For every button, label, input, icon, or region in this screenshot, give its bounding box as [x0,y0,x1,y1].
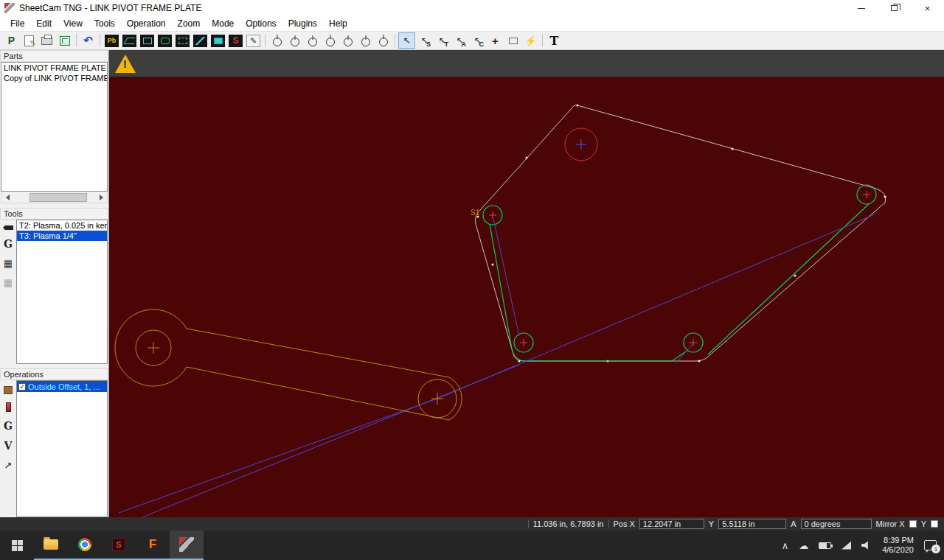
contour-mode-button[interactable]: ↖C [469,32,486,49]
open-job-button[interactable]: ✎ [21,32,38,49]
tools-list-item-selected[interactable]: T3: Plasma 1/4" [17,231,107,241]
operation-list-item-selected[interactable]: ✓ Outside Offset, 1, ... [17,381,107,392]
show-toolpaths-button[interactable] [209,32,226,49]
volume-icon[interactable] [861,541,872,550]
sheetcam-doc-icon: S [112,538,125,551]
tool-edit-icon[interactable] [3,225,13,230]
tools-list-item[interactable]: T2: Plasma, 0.025 in kerf [17,220,107,231]
material-sheet-button[interactable] [56,32,73,49]
simulation-s-icon: S [229,35,243,47]
parts-list-item[interactable]: LINK PIVOT FRAME PLATE [1,63,107,73]
show-material-button[interactable] [174,32,191,49]
parts-list: LINK PIVOT FRAME PLATE Copy of LINK PIVO… [1,62,108,192]
battery-icon[interactable] [819,542,831,549]
gcode-icon[interactable]: G [4,420,13,432]
lead-in-circles[interactable] [483,185,876,352]
tools-panel-header: Tools [0,208,108,220]
scroll-left-button[interactable] [1,192,13,203]
jump-arrow-icon[interactable]: ↗ [4,460,13,471]
print-button[interactable] [38,32,55,49]
menu-options[interactable]: Options [240,17,282,30]
show-drawing-button[interactable] [139,32,156,49]
mirror-x-checkbox[interactable] [909,520,917,528]
status-separator [608,519,609,528]
f-app-button[interactable]: F [136,531,170,560]
chrome-button[interactable] [68,531,102,560]
gcode-icon[interactable]: G [4,238,13,250]
move-part-button[interactable]: + [487,32,504,49]
mirror-y-label: Y [921,519,926,528]
pos-x-label: Pos X [614,519,635,528]
torch-icon[interactable] [6,402,11,412]
y-field[interactable]: 5.5118 in [718,519,786,529]
simulation-button[interactable]: S [227,32,244,49]
path-tool-button-4[interactable] [322,32,339,49]
restore-button[interactable] [878,0,911,16]
clock[interactable]: 8:39 PM 4/6/2020 [882,536,914,555]
path-tool-button-1[interactable] [268,32,285,49]
menu-edit[interactable]: Edit [30,17,58,30]
operation-enabled-checkbox[interactable]: ✓ [18,383,26,391]
measure-button[interactable]: ✎ [245,32,262,49]
file-explorer-button[interactable] [34,531,68,560]
show-plot-button[interactable] [121,32,138,49]
menu-view[interactable]: View [58,17,88,30]
menu-mode[interactable]: Mode [206,17,240,30]
menu-zoom[interactable]: Zoom [172,17,206,30]
import-drawing-button[interactable]: Pb [103,32,120,49]
tool-mode-button[interactable]: ↖T [434,32,451,49]
arc-mode-button[interactable]: ↖A [451,32,468,49]
cut-path-right[interactable] [708,203,870,354]
view-icon[interactable]: V [4,440,13,452]
nest-button[interactable] [504,32,521,49]
part-outline-pentagon[interactable] [475,105,885,361]
pos-x-field[interactable]: 12.2047 in [639,519,704,529]
path-tool-button-3[interactable] [304,32,321,49]
operation-part-icon[interactable] [4,386,13,394]
operation-label: Outside Offset, 1, ... [28,382,100,391]
show-rapids-button[interactable] [192,32,209,49]
close-button[interactable]: × [911,0,944,16]
minimize-button[interactable] [844,0,878,16]
warning-icon[interactable] [115,55,136,73]
menu-plugins[interactable]: Plugins [282,17,323,30]
menu-operation[interactable]: Operation [121,17,172,30]
sheetcam-doc-button[interactable]: S [102,531,136,560]
path-tool-button-7[interactable] [375,32,392,49]
onedrive-cloud-icon[interactable]: ☁ [799,540,808,551]
network-signal-icon[interactable] [841,542,851,550]
path-tool-button-2[interactable] [286,32,303,49]
path-tool-button-6[interactable] [357,32,374,49]
menu-tools[interactable]: Tools [88,17,121,30]
text-tool-button[interactable]: T [546,32,563,49]
scroll-track[interactable] [13,192,95,203]
new-job-icon: P [8,35,15,46]
parts-list-item[interactable]: Copy of LINK PIVOT FRAME [1,73,107,83]
lead-in-crosses [489,191,870,346]
cut-path-left-bottom[interactable] [490,224,688,361]
scroll-right-button[interactable] [95,192,107,203]
run-post-button[interactable]: ⚡ [522,32,539,49]
menu-file[interactable]: File [4,17,30,30]
show-parts-button[interactable] [156,32,173,49]
path-tool-button-5[interactable] [339,32,356,49]
tool-table-icon[interactable]: ▦ [4,258,13,269]
notification-center-icon[interactable]: 1 [924,540,937,550]
sheetcam-ruler-icon [179,537,194,552]
clock-time: 8:39 PM [884,536,914,545]
menu-help[interactable]: Help [323,17,353,30]
cad-viewport[interactable]: S1 [109,77,944,517]
select-mode-button[interactable]: ↖ [398,32,415,49]
sheetcam-app-button[interactable] [170,531,204,560]
start-button[interactable] [0,531,34,560]
scroll-thumb[interactable] [30,193,87,202]
chevron-up-icon[interactable]: ∧ [782,540,789,551]
mirror-y-checkbox[interactable] [931,520,938,528]
parts-horizontal-scrollbar[interactable] [1,192,108,203]
new-job-button[interactable]: P [3,32,20,49]
undo-button[interactable]: ↶ [80,32,97,49]
part-outline-lever[interactable] [115,309,462,420]
operations-list: ✓ Outside Offset, 1, ... [16,380,108,517]
segment-mode-button[interactable]: ↖S [416,32,433,49]
a-field[interactable]: 0 degrees [801,519,872,529]
